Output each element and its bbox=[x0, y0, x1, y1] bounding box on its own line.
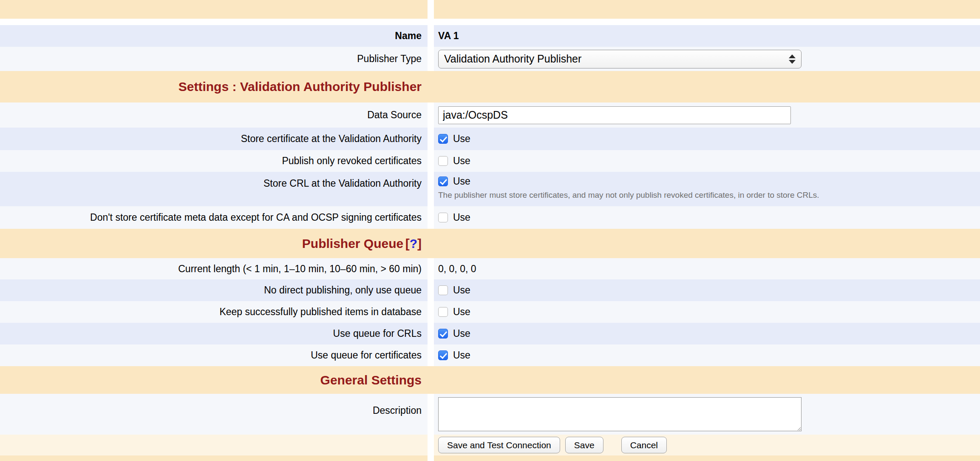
top-band bbox=[0, 0, 980, 19]
keep-published-items-row: Keep successfully published items in dat… bbox=[0, 301, 980, 323]
use-label: Use bbox=[453, 306, 470, 318]
publisher-type-row: Publisher Type Validation Authority Publ… bbox=[0, 47, 980, 71]
store-crl-help-text: The publisher must store certificates, a… bbox=[438, 191, 819, 200]
column-gap bbox=[428, 394, 434, 435]
column-gap bbox=[428, 172, 434, 206]
settings-section-header: Settings : Validation Authority Publishe… bbox=[0, 71, 980, 102]
help-bracket-close: ] bbox=[417, 236, 422, 250]
save-and-test-connection-button[interactable]: Save and Test Connection bbox=[438, 437, 560, 453]
dont-store-meta-row: Don't store certificate meta data except… bbox=[0, 206, 980, 229]
store-crl-label: Store CRL at the Validation Authority bbox=[263, 178, 422, 189]
chevron-up-icon bbox=[789, 54, 796, 58]
queue-length-value: 0, 0, 0, 0 bbox=[438, 263, 476, 275]
column-gap bbox=[428, 323, 434, 344]
use-queue-crls-row: Use queue for CRLs Use bbox=[0, 323, 980, 344]
queue-length-row: Current length (< 1 min, 1–10 min, 10–60… bbox=[0, 258, 980, 279]
name-row: Name VA 1 bbox=[0, 25, 980, 47]
data-source-row: Data Source bbox=[0, 102, 980, 128]
publisher-type-selected-value: Validation Authority Publisher bbox=[444, 53, 581, 65]
use-label: Use bbox=[453, 176, 470, 187]
no-direct-publishing-use-checkbox[interactable] bbox=[438, 285, 448, 295]
publisher-queue-title: Publisher Queue bbox=[302, 236, 403, 250]
column-gap bbox=[428, 0, 434, 19]
description-row: Description bbox=[0, 394, 980, 435]
publisher-type-select[interactable]: Validation Authority Publisher bbox=[438, 50, 802, 68]
column-gap bbox=[428, 128, 434, 150]
use-label: Use bbox=[453, 328, 470, 339]
bottom-band bbox=[0, 455, 980, 461]
cancel-button[interactable]: Cancel bbox=[621, 437, 667, 453]
column-gap bbox=[428, 206, 434, 229]
save-button[interactable]: Save bbox=[565, 437, 603, 453]
publish-only-revoked-use-checkbox[interactable] bbox=[438, 156, 448, 166]
column-gap bbox=[428, 435, 434, 455]
column-gap bbox=[428, 301, 434, 323]
queue-length-label: Current length (< 1 min, 1–10 min, 10–60… bbox=[178, 263, 422, 275]
settings-section-title: Settings : Validation Authority Publishe… bbox=[178, 80, 422, 94]
edit-publisher-page: Name VA 1 Publisher Type Validation Auth… bbox=[0, 0, 980, 461]
no-direct-publishing-row: No direct publishing, only use queue Use bbox=[0, 279, 980, 301]
keep-published-items-use-checkbox[interactable] bbox=[438, 307, 448, 317]
publisher-queue-section-header: Publisher Queue [?] bbox=[0, 229, 980, 258]
column-gap bbox=[428, 455, 434, 461]
column-gap bbox=[428, 344, 434, 366]
data-source-label: Data Source bbox=[367, 109, 422, 121]
use-queue-certificates-use-checkbox[interactable] bbox=[438, 350, 448, 360]
column-gap bbox=[428, 25, 434, 47]
name-label: Name bbox=[395, 30, 422, 42]
general-settings-section-header: General Settings bbox=[0, 366, 980, 394]
use-label: Use bbox=[453, 133, 470, 145]
publish-only-revoked-row: Publish only revoked certificates Use bbox=[0, 150, 980, 172]
store-certificate-use-checkbox[interactable] bbox=[438, 134, 448, 144]
store-crl-use-checkbox[interactable] bbox=[438, 176, 448, 186]
dont-store-meta-label: Don't store certificate meta data except… bbox=[90, 212, 422, 223]
description-textarea[interactable] bbox=[438, 397, 802, 431]
use-queue-certificates-row: Use queue for certificates Use bbox=[0, 344, 980, 366]
chevron-down-icon bbox=[789, 60, 796, 64]
store-certificate-row: Store certificate at the Validation Auth… bbox=[0, 128, 980, 150]
use-queue-certificates-label: Use queue for certificates bbox=[311, 350, 422, 361]
form-actions-row: Save and Test Connection Save Cancel bbox=[0, 435, 980, 455]
publisher-type-label: Publisher Type bbox=[357, 53, 422, 65]
column-gap bbox=[428, 47, 434, 71]
use-label: Use bbox=[453, 285, 470, 296]
dont-store-meta-use-checkbox[interactable] bbox=[438, 213, 448, 222]
keep-published-items-label: Keep successfully published items in dat… bbox=[219, 306, 422, 318]
row-spacer bbox=[0, 19, 980, 25]
use-label: Use bbox=[453, 155, 470, 167]
column-gap bbox=[428, 150, 434, 172]
publisher-queue-help-link[interactable]: ? bbox=[410, 236, 417, 250]
no-direct-publishing-label: No direct publishing, only use queue bbox=[264, 285, 422, 296]
description-label: Description bbox=[373, 405, 422, 416]
name-value: VA 1 bbox=[438, 30, 459, 42]
use-label: Use bbox=[453, 212, 470, 223]
publish-only-revoked-label: Publish only revoked certificates bbox=[282, 155, 422, 167]
general-settings-title: General Settings bbox=[320, 373, 422, 387]
select-stepper-icon bbox=[789, 54, 796, 64]
column-gap bbox=[428, 258, 434, 279]
use-label: Use bbox=[453, 350, 470, 361]
column-gap bbox=[428, 279, 434, 301]
store-crl-row: Store CRL at the Validation Authority Us… bbox=[0, 172, 980, 206]
use-queue-crls-label: Use queue for CRLs bbox=[333, 328, 422, 339]
column-gap bbox=[428, 102, 434, 128]
data-source-input[interactable] bbox=[438, 106, 791, 124]
help-bracket-open: [ bbox=[405, 236, 410, 250]
use-queue-crls-use-checkbox[interactable] bbox=[438, 329, 448, 339]
store-certificate-label: Store certificate at the Validation Auth… bbox=[241, 133, 422, 145]
